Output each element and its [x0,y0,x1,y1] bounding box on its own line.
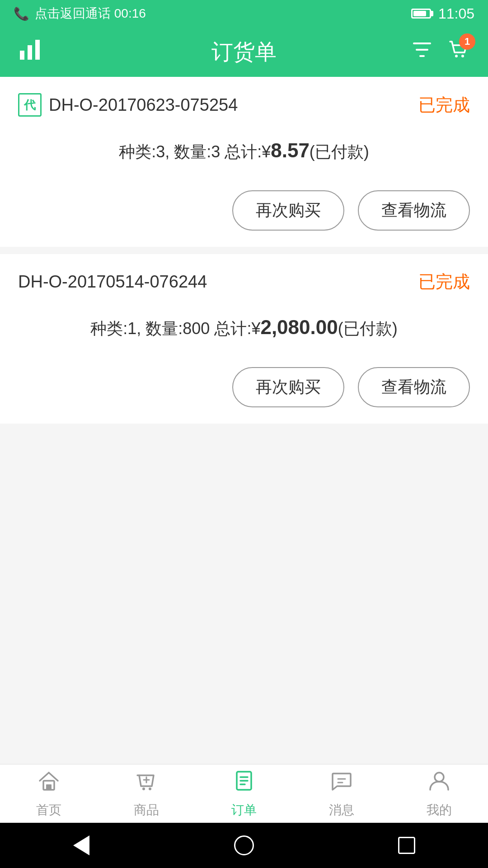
order-summary-2: 种类:1, 数量:800 总计:¥2,080.00(已付款) [18,311,470,344]
nav-item-messages[interactable]: 消息 [329,769,354,819]
back-button[interactable] [68,832,95,859]
status-bar-right: 11:05 [411,5,474,22]
products-icon [135,769,158,798]
svg-point-4 [461,55,464,57]
home-icon [37,769,61,798]
order-card-1: 代 DH-O-20170623-075254 已完成 种类:3, 数量:3 总计… [0,77,488,247]
logistics-btn-1[interactable]: 查看物流 [358,190,470,231]
call-text: 点击返回通话 00:16 [35,5,146,22]
nav-item-profile[interactable]: 我的 [427,769,452,819]
analytics-icon[interactable] [18,38,42,66]
order-id-1: DH-O-20170623-075254 [49,95,238,115]
order-tag-1: 代 [18,93,42,117]
order-actions-1: 再次购买 查看物流 [18,190,470,231]
order-header-2: DH-O-20170514-076244 已完成 [18,270,470,293]
home-button[interactable] [230,832,258,859]
status-bar-left: 📞 点击返回通话 00:16 [14,5,146,22]
rebuy-btn-2[interactable]: 再次购买 [232,367,344,407]
status-bar: 📞 点击返回通话 00:16 11:05 [0,0,488,27]
svg-point-8 [149,788,151,790]
header-right-icons: 1 [411,38,470,66]
svg-point-10 [435,773,444,782]
order-actions-2: 再次购买 查看物流 [18,367,470,407]
profile-label: 我的 [427,802,452,819]
svg-rect-2 [35,40,40,60]
cart-badge: 1 [459,33,475,50]
cart-icon-wrap[interactable]: 1 [446,38,470,66]
profile-icon [427,769,451,798]
recents-button[interactable] [393,832,420,859]
nav-item-orders[interactable]: 订单 [231,769,257,819]
order-id-wrap-1: 代 DH-O-20170623-075254 [18,93,238,117]
orders-label: 订单 [231,802,257,819]
header: 订货单 1 [0,27,488,77]
order-list: 代 DH-O-20170623-075254 已完成 种类:3, 数量:3 总计… [0,77,488,764]
page-title: 订货单 [211,27,277,77]
battery-icon [411,9,431,19]
svg-point-3 [455,55,458,57]
messages-icon [330,769,353,798]
bottom-nav: 首页 商品 订单 消息 [0,764,488,823]
home-label: 首页 [36,802,61,819]
system-nav [0,823,488,868]
rebuy-btn-1[interactable]: 再次购买 [232,190,344,231]
phone-call-icon[interactable]: 📞 [14,6,29,21]
order-id-2: DH-O-20170514-076244 [18,272,207,292]
order-card-2: DH-O-20170514-076244 已完成 种类:1, 数量:800 总计… [0,254,488,424]
filter-icon[interactable] [411,39,433,65]
order-header-1: 代 DH-O-20170623-075254 已完成 [18,93,470,117]
products-label: 商品 [134,802,159,819]
order-status-2: 已完成 [418,270,470,293]
order-status-1: 已完成 [418,94,470,117]
svg-rect-1 [28,45,32,60]
messages-label: 消息 [329,802,354,819]
logistics-btn-2[interactable]: 查看物流 [358,367,470,407]
svg-point-7 [142,788,145,790]
svg-rect-6 [46,784,52,790]
order-summary-1: 种类:3, 数量:3 总计:¥8.57(已付款) [18,135,470,168]
nav-item-products[interactable]: 商品 [134,769,159,819]
order-id-wrap-2: DH-O-20170514-076244 [18,272,207,292]
svg-rect-0 [20,51,24,60]
nav-item-home[interactable]: 首页 [36,769,61,819]
time-display: 11:05 [438,5,474,22]
orders-icon [232,769,256,798]
